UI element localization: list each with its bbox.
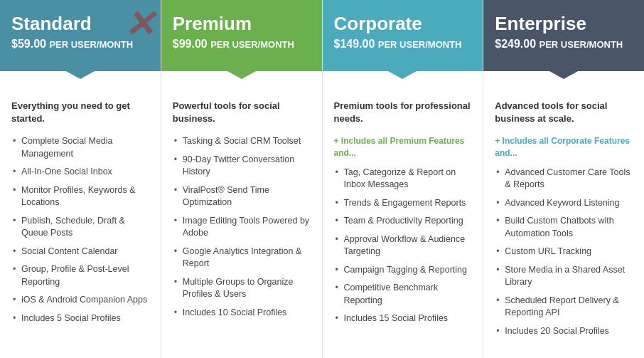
plan-corporate: Corporate$149.00 PER USER/MONTHPremium t… <box>323 0 484 358</box>
plan-corporate-price: $149.00 PER USER/MONTH <box>334 38 472 51</box>
list-item: Scheduled Report Delivery & Reporting AP… <box>495 295 633 320</box>
plan-corporate-features: Tag, Categorize & Report on Inbox Messag… <box>334 167 472 325</box>
plan-corporate-includes-note: + Includes all Premium Features and... <box>334 135 472 159</box>
list-item: Publish, Schedule, Draft & Queue Posts <box>11 215 149 240</box>
plan-standard-features: Complete Social Media ManagementAll-In-O… <box>11 135 149 325</box>
plan-corporate-arrow <box>334 51 472 66</box>
list-item: Team & Productivity Reporting <box>334 215 472 228</box>
plan-premium-name: Premium <box>173 13 311 35</box>
list-item: All-In-One Social Inbox <box>11 166 149 179</box>
list-item: Build Custom Chatbots with Automation To… <box>495 215 633 240</box>
list-item: Competitive Benchmark Reporting <box>334 282 472 307</box>
list-item: Campaign Tagging & Reporting <box>334 264 472 277</box>
list-item: 90-Day Twitter Conversation History <box>173 154 311 179</box>
list-item: Google Analytics Integration & Report <box>173 246 311 270</box>
plan-corporate-tagline: Premium tools for professional needs. <box>334 100 472 125</box>
plan-standard-body: Everything you need to get started.Compl… <box>0 71 161 358</box>
list-item: Trends & Engagement Reports <box>334 197 472 210</box>
plan-premium-price: $99.00 PER USER/MONTH <box>173 38 311 51</box>
list-item: Complete Social Media Management <box>11 135 149 160</box>
plan-premium-tagline: Powerful tools for social business. <box>173 100 311 125</box>
list-item: Image Editing Tools Powered by Adobe <box>173 215 311 240</box>
list-item: Tasking & Social CRM Toolset <box>173 135 311 148</box>
plan-enterprise-body: Advanced tools for social business at sc… <box>483 71 644 358</box>
list-item: Custom URL Tracking <box>495 246 633 258</box>
plan-enterprise-price: $249.00 PER USER/MONTH <box>495 38 633 51</box>
plan-enterprise-includes-note: + Includes all Corporate Features and... <box>495 135 633 159</box>
plan-standard-arrow <box>11 51 149 66</box>
list-item: Approval Workflow & Audience Targeting <box>334 233 472 258</box>
plan-premium-body: Powerful tools for social business.Taski… <box>161 71 322 358</box>
arrow-down-icon <box>52 63 109 79</box>
x-icon: ✕ <box>124 6 155 43</box>
arrow-down-icon <box>535 63 592 79</box>
pricing-table: ✕Standard$59.00 PER USER/MONTHEverything… <box>0 0 644 358</box>
plan-standard-tagline: Everything you need to get started. <box>11 100 149 125</box>
list-item: Group, Profile & Post-Level Reporting <box>11 263 149 288</box>
plan-enterprise-tagline: Advanced tools for social business at sc… <box>495 100 633 125</box>
list-item: iOS & Android Companion Apps <box>11 294 149 307</box>
list-item: Tag, Categorize & Report on Inbox Messag… <box>334 167 472 191</box>
list-item: Store Media in a Shared Asset Library <box>495 264 633 289</box>
plan-enterprise-arrow <box>495 51 633 66</box>
plan-standard: ✕Standard$59.00 PER USER/MONTHEverything… <box>0 0 161 358</box>
plan-standard-header: ✕Standard$59.00 PER USER/MONTH <box>0 0 161 71</box>
list-item: Includes 20 Social Profiles <box>495 325 633 338</box>
plan-premium-header: Premium$99.00 PER USER/MONTH <box>161 0 322 71</box>
plan-corporate-header: Corporate$149.00 PER USER/MONTH <box>323 0 483 71</box>
list-item: Multiple Groups to Organize Profiles & U… <box>173 276 311 301</box>
list-item: Monitor Profiles, Keywords & Locations <box>11 184 149 209</box>
list-item: ViralPost® Send Time Optimization <box>173 184 311 209</box>
list-item: Includes 5 Social Profiles <box>11 312 149 325</box>
plan-premium-arrow <box>173 51 311 66</box>
list-item: Includes 10 Social Profiles <box>173 307 311 320</box>
plan-corporate-name: Corporate <box>334 13 472 35</box>
plan-enterprise: Enterprise$249.00 PER USER/MONTHAdvanced… <box>483 0 644 358</box>
plan-premium: Premium$99.00 PER USER/MONTHPowerful too… <box>161 0 323 358</box>
plan-corporate-body: Premium tools for professional needs.+ I… <box>323 71 483 358</box>
arrow-down-icon <box>374 63 431 79</box>
list-item: Advanced Customer Care Tools & Reports <box>495 167 633 191</box>
list-item: Includes 15 Social Profiles <box>334 312 472 325</box>
list-item: Advanced Keyword Listening <box>495 197 633 210</box>
list-item: Social Content Calendar <box>11 246 149 258</box>
plan-premium-features: Tasking & Social CRM Toolset90-Day Twitt… <box>173 135 311 319</box>
plan-enterprise-header: Enterprise$249.00 PER USER/MONTH <box>483 0 644 71</box>
arrow-down-icon <box>213 63 270 79</box>
plan-enterprise-name: Enterprise <box>495 13 633 35</box>
plan-enterprise-features: Advanced Customer Care Tools & ReportsAd… <box>495 167 633 338</box>
